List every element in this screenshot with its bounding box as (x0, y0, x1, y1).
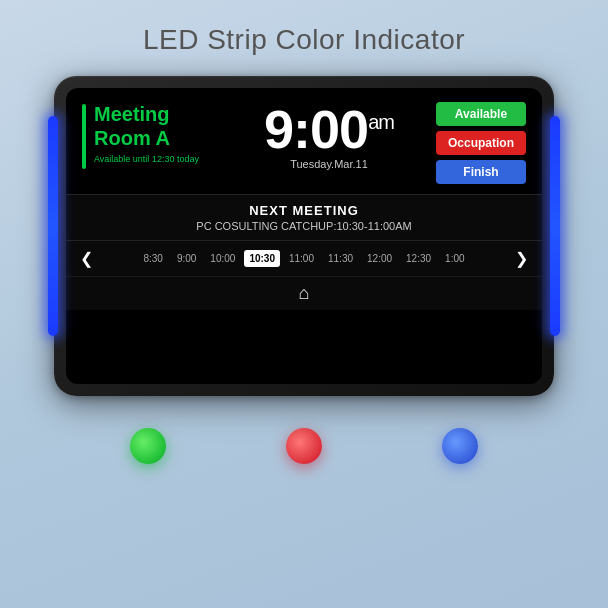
timeline-prev-button[interactable]: ❮ (76, 249, 97, 268)
clock-section: 9:00am Tuesday.Mar.11 (232, 102, 426, 170)
green-accent-bar (82, 104, 86, 169)
led-strip-left (48, 116, 58, 336)
room-availability: Available until 12:30 today (94, 154, 199, 164)
clock-time: 9:00am (264, 102, 394, 156)
timeline-slot[interactable]: 11:30 (323, 250, 358, 267)
timeline-slot[interactable]: 12:00 (362, 250, 397, 267)
blue-indicator (442, 428, 478, 464)
timeline-slot[interactable]: 8:30 (138, 250, 167, 267)
timeline-slot[interactable]: 1:00 (440, 250, 469, 267)
device-screen: Meeting Room A Available until 12:30 tod… (66, 88, 542, 384)
home-icon[interactable]: ⌂ (299, 283, 310, 304)
screen-top: Meeting Room A Available until 12:30 tod… (66, 88, 542, 194)
next-meeting-title: NEXT MEETING (82, 203, 526, 218)
timeline-slot[interactable]: 11:00 (284, 250, 319, 267)
next-meeting-detail: PC COSULTING CATCHUP:10:30-11:00AM (82, 220, 526, 232)
color-indicators (130, 428, 478, 464)
timeline-slots: 8:309:0010:0010:3011:0011:3012:0012:301:… (101, 250, 507, 267)
timeline-slot[interactable]: 12:30 (401, 250, 436, 267)
green-indicator (130, 428, 166, 464)
device-wrapper: Meeting Room A Available until 12:30 tod… (54, 76, 554, 396)
finish-button[interactable]: Finish (436, 160, 526, 184)
home-button-area: ⌂ (66, 276, 542, 310)
device-outer: Meeting Room A Available until 12:30 tod… (54, 76, 554, 396)
page-title: LED Strip Color Indicator (143, 24, 465, 56)
timeline-slot[interactable]: 9:00 (172, 250, 201, 267)
timeline-next-button[interactable]: ❯ (511, 249, 532, 268)
room-info: Meeting Room A Available until 12:30 tod… (82, 102, 222, 169)
room-name: Meeting Room A (94, 102, 199, 150)
clock-date: Tuesday.Mar.11 (290, 158, 368, 170)
timeline-slot[interactable]: 10:30 (244, 250, 280, 267)
occupation-button[interactable]: Occupation (436, 131, 526, 155)
timeline-slot[interactable]: 10:00 (205, 250, 240, 267)
next-meeting-section: NEXT MEETING PC COSULTING CATCHUP:10:30-… (66, 194, 542, 240)
available-button[interactable]: Available (436, 102, 526, 126)
led-strip-right (550, 116, 560, 336)
room-text: Meeting Room A Available until 12:30 tod… (94, 102, 199, 164)
timeline-section: ❮ 8:309:0010:0010:3011:0011:3012:0012:30… (66, 240, 542, 276)
red-indicator (286, 428, 322, 464)
status-buttons: Available Occupation Finish (436, 102, 526, 184)
